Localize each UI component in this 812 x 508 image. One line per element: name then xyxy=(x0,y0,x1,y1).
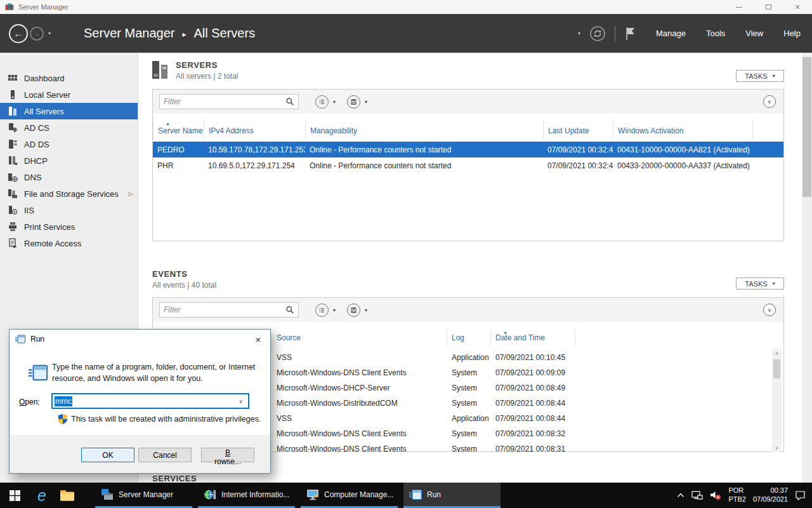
servers-tasks-button[interactable]: TASKS ▾ xyxy=(736,70,784,82)
refresh-dropdown[interactable]: ▾ xyxy=(578,30,580,36)
scroll-up-arrow[interactable]: ∧ xyxy=(772,349,782,358)
close-button[interactable]: × xyxy=(783,0,812,14)
language-code: POR xyxy=(728,486,746,495)
ok-button[interactable]: OK xyxy=(81,448,134,462)
taskbar-button-iis-manager[interactable]: Internet Informatio... xyxy=(198,483,295,508)
caret-down-icon[interactable]: ▾ xyxy=(333,99,336,105)
cell-manageability: Online - Performance counters not starte… xyxy=(305,145,543,154)
cell-server-name: PEDRO xyxy=(153,145,204,154)
chevron-down-icon: ∨ xyxy=(768,307,771,313)
sidebar-item-ad-cs[interactable]: AD CS xyxy=(0,119,138,136)
sidebar-item-all-servers[interactable]: All Servers xyxy=(0,103,138,119)
server-row-phr[interactable]: PHR 10.69.5.0,172.29.171.254 Online - Pe… xyxy=(153,157,783,173)
scroll-down-arrow[interactable]: ∨ xyxy=(772,443,782,452)
breadcrumb-root[interactable]: Server Manager xyxy=(84,26,174,41)
sidebar-item-local-server[interactable]: Local Server xyxy=(0,86,138,103)
cell-manageability: Online - Performance counters not starte… xyxy=(305,161,543,170)
cell-log: System xyxy=(447,429,490,438)
cell-source: VSS xyxy=(272,353,447,362)
sidebar-item-dns[interactable]: DNS xyxy=(0,169,138,185)
back-button[interactable]: ← xyxy=(9,24,28,43)
col-log[interactable]: Log xyxy=(447,330,490,346)
taskbar-button-run[interactable]: Run xyxy=(403,483,501,508)
sidebar-item-file-storage[interactable]: File and Storage Services ▷ xyxy=(0,185,138,202)
events-scrollbar[interactable]: ∧ ∨ xyxy=(772,349,782,452)
menu-tools[interactable]: Tools xyxy=(706,29,725,38)
col-last-update[interactable]: Last Update xyxy=(543,120,613,139)
network-icon[interactable] xyxy=(691,491,703,500)
events-filter-input[interactable] xyxy=(164,305,285,314)
menu-view[interactable]: View xyxy=(745,29,763,38)
list-view-button[interactable] xyxy=(315,304,329,317)
col-server-name[interactable]: Server Name xyxy=(153,120,204,139)
volume-muted-icon[interactable] xyxy=(710,490,721,500)
sidebar-item-print-services[interactable]: Print Services xyxy=(0,218,138,235)
start-button[interactable] xyxy=(0,483,29,508)
events-section-subtitle: All events | 40 total xyxy=(152,281,216,290)
maximize-button[interactable] xyxy=(754,0,783,14)
refresh-icon[interactable] xyxy=(589,25,606,42)
sidebar-item-label: AD CS xyxy=(24,123,49,133)
clock[interactable]: 00:37 07/09/2021 xyxy=(753,486,788,504)
taskbar-button-computer-management[interactable]: Computer Manage... xyxy=(301,483,398,508)
cancel-button[interactable]: Cancel xyxy=(138,448,192,462)
server-row-pedro[interactable]: PEDRO 10.59.170.78,172.29.171.253 Online… xyxy=(153,142,783,157)
save-query-button[interactable] xyxy=(347,304,360,317)
run-open-combobox[interactable]: mmc ∨ xyxy=(51,393,249,409)
minimize-button[interactable] xyxy=(724,0,754,14)
taskbar-button-server-manager[interactable]: Server Manager xyxy=(95,483,192,508)
caret-down-icon[interactable]: ▾ xyxy=(365,99,367,105)
language-indicator[interactable]: POR PTB2 xyxy=(728,486,746,504)
main-scrollbar[interactable] xyxy=(802,53,812,483)
col-windows-activation[interactable]: Windows Activation xyxy=(613,120,752,139)
servers-toolbar: ▾ ▾ ∨ xyxy=(153,90,783,114)
save-query-button[interactable] xyxy=(347,95,360,109)
all-servers-icon xyxy=(8,106,18,116)
action-center-icon[interactable] xyxy=(795,490,806,500)
internet-explorer-button[interactable]: e xyxy=(29,483,55,508)
chevron-down-icon: ∨ xyxy=(768,99,771,105)
col-manageability[interactable]: Manageability xyxy=(305,120,543,139)
chevron-down-icon[interactable]: ∨ xyxy=(239,398,243,404)
sidebar-item-remote-access[interactable]: Remote Access xyxy=(0,235,138,251)
forward-button[interactable]: → xyxy=(30,27,44,41)
breadcrumb-current[interactable]: All Servers xyxy=(193,26,255,41)
cell-last-update: 07/09/2021 00:32:40 xyxy=(543,145,613,154)
menu-manage[interactable]: Manage xyxy=(656,29,686,38)
caret-down-icon[interactable]: ▾ xyxy=(333,307,336,313)
cell-log: System xyxy=(447,384,490,392)
events-toolbar: ▾ ▾ ∨ xyxy=(153,298,783,322)
col-source[interactable]: Source xyxy=(272,330,447,346)
menu-help[interactable]: Help xyxy=(783,29,801,38)
forward-arrow-icon: → xyxy=(34,30,41,37)
sidebar-item-dashboard[interactable]: Dashboard xyxy=(0,70,138,86)
collapse-panel-button[interactable]: ∨ xyxy=(763,304,776,316)
system-tray: POR PTB2 00:37 07/09/2021 xyxy=(677,483,806,508)
cell-datetime: 07/09/2021 00:08:49 xyxy=(490,384,575,392)
back-arrow-icon: ← xyxy=(14,29,23,38)
servers-section-icon xyxy=(152,60,170,80)
sidebar-item-dhcp[interactable]: DHCP xyxy=(0,152,138,169)
file-explorer-button[interactable] xyxy=(55,483,80,508)
events-tasks-button[interactable]: TASKS ▾ xyxy=(736,277,784,290)
sidebar-item-iis[interactable]: IIS xyxy=(0,202,138,218)
cell-source: Microsoft-Windows-DistributedCOM xyxy=(272,399,447,408)
scroll-thumb[interactable] xyxy=(773,359,780,378)
history-dropdown[interactable]: ▾ xyxy=(48,30,51,36)
caret-down-icon[interactable]: ▾ xyxy=(365,307,367,313)
list-icon xyxy=(318,98,325,105)
caret-down-icon: ▾ xyxy=(773,281,775,286)
collapse-panel-button[interactable]: ∨ xyxy=(763,95,776,108)
run-dialog-close-button[interactable]: × xyxy=(246,330,270,349)
col-empty xyxy=(752,120,783,139)
col-ipv4[interactable]: IPv4 Address xyxy=(204,120,305,139)
list-view-button[interactable] xyxy=(315,95,329,109)
sidebar-item-ad-ds[interactable]: AD DS xyxy=(0,136,138,152)
run-dialog-title: Run xyxy=(30,335,44,344)
tray-expand-chevron-icon[interactable] xyxy=(677,492,684,498)
cell-source: Microsoft-Windows-DNS Client Events xyxy=(272,429,447,438)
browse-button[interactable]: Browse... xyxy=(201,448,254,462)
servers-filter-input[interactable] xyxy=(164,97,285,106)
notifications-flag-icon[interactable] xyxy=(624,25,636,42)
main-scroll-thumb[interactable] xyxy=(802,57,811,197)
